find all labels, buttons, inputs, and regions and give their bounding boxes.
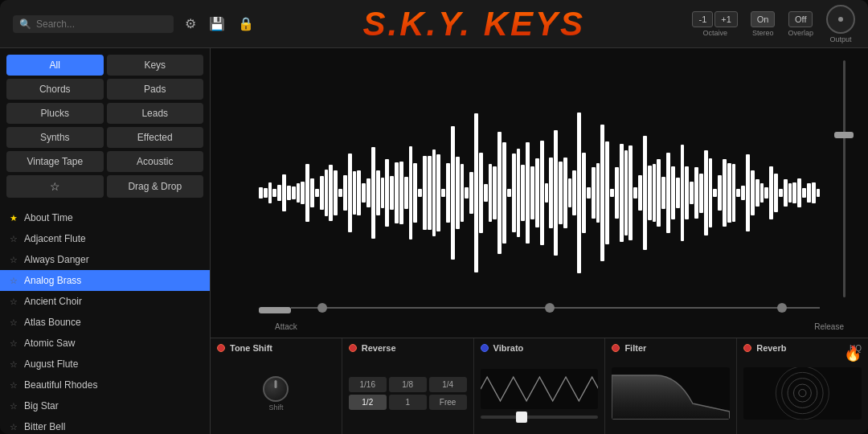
- reverse-header: Reverse: [349, 343, 467, 353]
- release-slider-vertical[interactable]: [836, 60, 852, 297]
- filter-drag-drop[interactable]: Drag & Drop: [107, 175, 204, 198]
- reverse-power[interactable]: [349, 344, 357, 352]
- filter-plucks[interactable]: Plucks: [6, 103, 104, 124]
- overlap-off-button[interactable]: Off: [788, 11, 813, 27]
- shift-knob[interactable]: [263, 376, 289, 402]
- filter-synths[interactable]: Synths: [6, 127, 104, 148]
- waveform-bar: [329, 165, 333, 221]
- waveform-bar: [713, 189, 717, 196]
- octave-plus-button[interactable]: +1: [714, 11, 738, 27]
- star-icon: ☆: [10, 422, 18, 432]
- preset-bitter-bell[interactable]: ☆ Bitter Bell: [0, 416, 210, 434]
- waveform-bar: [446, 163, 450, 223]
- attack-handle[interactable]: [259, 307, 291, 313]
- waveform-bar: [638, 175, 642, 210]
- filter-favorites[interactable]: ☆: [6, 175, 104, 198]
- filter-module: Filter: [605, 338, 737, 434]
- preset-about-time[interactable]: ★ About Time: [0, 207, 210, 228]
- waveform-bar: [399, 162, 403, 224]
- star-icon: ☆: [10, 359, 18, 370]
- filter-keys[interactable]: Keys: [107, 55, 204, 76]
- filter-all[interactable]: All: [6, 55, 104, 76]
- filter-vintage-tape[interactable]: Vintage Tape: [6, 151, 104, 172]
- waveform-bar: [418, 189, 422, 198]
- reverse-btn-1-16[interactable]: 1/16: [349, 377, 387, 392]
- filter-title: Filter: [624, 343, 646, 353]
- reverb-power[interactable]: [743, 344, 751, 352]
- release-handle[interactable]: [834, 132, 854, 138]
- shift-knob-label: Shift: [268, 403, 283, 411]
- preset-big-star[interactable]: ☆ Big Star: [0, 395, 210, 416]
- octave-minus-button[interactable]: -1: [692, 11, 713, 27]
- star-icon: ☆: [10, 338, 18, 349]
- preset-name: Atlas Bounce: [24, 317, 81, 328]
- waveform-bar: [268, 182, 272, 203]
- waveform-bar: [694, 167, 698, 219]
- filter-effected[interactable]: Effected: [107, 127, 204, 148]
- preset-beautiful-rhodes[interactable]: ☆ Beautiful Rhodes: [0, 375, 210, 395]
- tone-shift-content: Shift: [217, 358, 335, 429]
- vibrato-power[interactable]: [481, 344, 489, 352]
- tone-shift-power[interactable]: [217, 344, 225, 352]
- preset-ancient-choir[interactable]: ☆ Ancient Choir: [0, 291, 210, 312]
- star-icon: ☆: [10, 380, 18, 391]
- waveform-bar: [605, 141, 609, 244]
- envelope-slider[interactable]: [291, 307, 820, 309]
- waveform-bar: [305, 164, 309, 222]
- envelope-thumb-right[interactable]: [777, 303, 787, 313]
- waveform-bar: [628, 145, 633, 240]
- filter-pads[interactable]: Pads: [107, 79, 204, 100]
- waveform-bar: [685, 166, 689, 219]
- envelope-thumb-left[interactable]: [317, 303, 327, 313]
- reverse-btn-1[interactable]: 1: [389, 395, 427, 410]
- release-label: Release: [814, 322, 844, 331]
- save-icon[interactable]: 💾: [207, 14, 227, 33]
- preset-atlas-bounce[interactable]: ☆ Atlas Bounce: [0, 312, 210, 333]
- waveform-bar: [587, 187, 591, 199]
- waveform-area: Attack Release: [211, 48, 868, 338]
- reverse-btn-1-8[interactable]: 1/8: [389, 377, 427, 392]
- reverse-btn-1-2[interactable]: 1/2: [349, 395, 387, 410]
- output-knob-indicator: [838, 17, 843, 22]
- stereo-on-button[interactable]: On: [751, 11, 776, 27]
- reverse-btn-free[interactable]: Free: [429, 395, 467, 410]
- settings-icon[interactable]: ⚙: [183, 14, 198, 33]
- lock-icon[interactable]: 🔒: [236, 14, 256, 33]
- preset-analog-brass[interactable]: ☆ Analog Brass: [0, 270, 210, 291]
- filter-power[interactable]: [612, 344, 620, 352]
- preset-atomic-saw[interactable]: ☆ Atomic Saw: [0, 333, 210, 354]
- output-label: Output: [829, 35, 851, 43]
- waveform-bar: [484, 184, 488, 202]
- preset-adjacent-flute[interactable]: ☆ Adjacent Flute: [0, 228, 210, 249]
- waveform-bar: [376, 170, 380, 215]
- attack-slider[interactable]: [259, 307, 291, 313]
- waveform-bar: [428, 156, 432, 230]
- filter-chords[interactable]: Chords: [6, 79, 104, 100]
- star-icon: ☆: [10, 297, 18, 307]
- preset-august-flute[interactable]: ☆ August Flute: [0, 354, 210, 375]
- vibrato-thumb[interactable]: [516, 411, 527, 423]
- preset-always-danger[interactable]: ☆ Always Danger: [0, 249, 210, 270]
- filter-curve-svg: [612, 367, 730, 420]
- vibrato-slider[interactable]: [481, 416, 599, 419]
- vibrato-display: [481, 369, 599, 409]
- waveform-bar: [779, 189, 783, 197]
- waveform-bar: [530, 166, 534, 219]
- filter-acoustic[interactable]: Acoustic: [107, 151, 204, 172]
- waveform-bar: [526, 142, 530, 244]
- reverse-title: Reverse: [362, 343, 396, 353]
- search-input[interactable]: [36, 18, 165, 30]
- release-track: [843, 60, 845, 297]
- reverse-btn-1-4[interactable]: 1/4: [429, 377, 467, 392]
- waveform-bar: [620, 144, 624, 242]
- waveform-bar: [732, 164, 736, 221]
- waveform-bar: [596, 163, 600, 222]
- envelope-thumb-mid[interactable]: [545, 303, 555, 313]
- waveform-bar: [615, 167, 619, 219]
- filter-leads[interactable]: Leads: [107, 103, 204, 124]
- output-knob[interactable]: [826, 5, 855, 34]
- waveform-bar: [736, 189, 740, 196]
- waveform-bar: [362, 183, 366, 202]
- stereo-label: Stereo: [752, 29, 774, 37]
- waveform-bar: [788, 183, 792, 203]
